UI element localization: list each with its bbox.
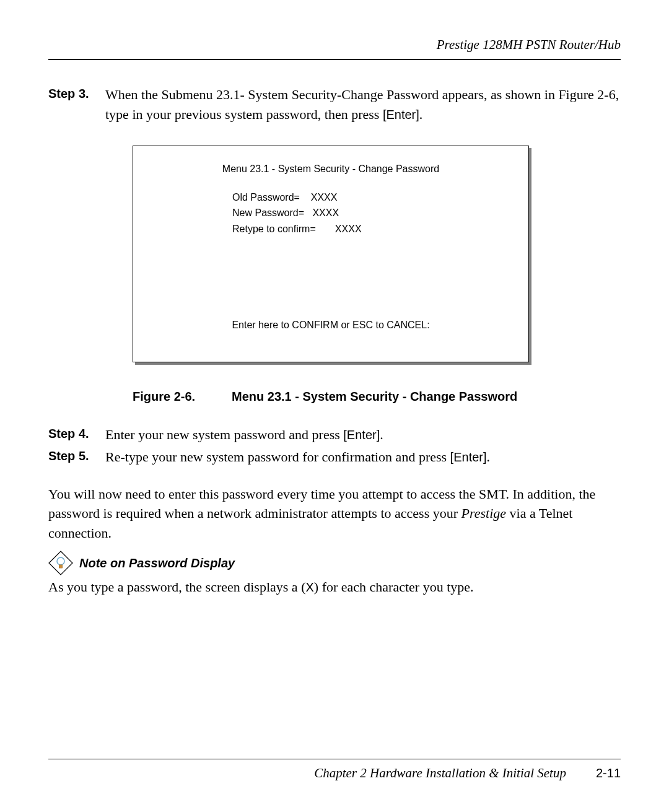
old-password-value: XXXX (311, 192, 338, 203)
enter-key: [Enter] (383, 108, 419, 121)
figure-caption: Figure 2-6.Menu 23.1 - System Security -… (133, 390, 621, 404)
step-4-label: Step 4. (48, 425, 105, 445)
terminal-title: Menu 23.1 - System Security - Change Pas… (152, 164, 510, 175)
step-3-label: Step 3. (48, 85, 105, 124)
figure-label: Figure 2-6. (133, 390, 232, 404)
page-footer: Chapter 2 Hardware Installation & Initia… (48, 759, 621, 781)
step-5: Step 5. Re-type your new system password… (48, 447, 621, 467)
new-password-value: XXXX (312, 207, 339, 218)
terminal-footer: Enter here to CONFIRM or ESC to CANCEL: (133, 320, 528, 331)
step-4-body: Enter your new system password and press… (105, 425, 621, 445)
step-3-body: When the Submenu 23.1- System Security-C… (105, 85, 621, 124)
old-password-row: Old Password= XXXX (232, 190, 510, 206)
body-paragraph: You will now need to enter this password… (48, 484, 621, 544)
product-em: Prestige (461, 505, 507, 521)
enter-key: [Enter] (450, 450, 487, 464)
retype-password-row: Retype to confirm= XXXX (232, 221, 510, 237)
retype-password-value: XXXX (335, 224, 362, 234)
svg-marker-0 (49, 551, 72, 575)
terminal-screen: Menu 23.1 - System Security - Change Pas… (133, 146, 529, 362)
step-5-label: Step 5. (48, 447, 105, 467)
figure-title: Menu 23.1 - System Security - Change Pas… (232, 390, 517, 403)
svg-rect-2 (59, 565, 63, 568)
note-title: Note on Password Display (79, 556, 235, 570)
svg-point-1 (57, 557, 64, 565)
header-rule (48, 59, 621, 60)
terminal-fields: Old Password= XXXX New Password= XXXX Re… (232, 190, 510, 237)
product-name: Prestige 128MH PSTN Router/Hub (437, 37, 621, 52)
lightbulb-icon (48, 551, 73, 575)
note-header: Note on Password Display (48, 551, 621, 575)
new-password-row: New Password= XXXX (232, 205, 510, 221)
x-char: X (305, 580, 313, 594)
footer-chapter: Chapter 2 Hardware Installation & Initia… (314, 766, 566, 781)
page-number: 2-11 (596, 766, 621, 780)
step-5-body: Re-type your new system password for con… (105, 447, 621, 467)
step-4: Step 4. Enter your new system password a… (48, 425, 621, 445)
note-body: As you type a password, the screen displ… (48, 579, 621, 595)
page: Prestige 128MH PSTN Router/Hub Step 3. W… (0, 0, 669, 812)
enter-key: [Enter] (343, 428, 380, 442)
step-3: Step 3. When the Submenu 23.1- System Se… (48, 85, 621, 124)
figure-2-6: Menu 23.1 - System Security - Change Pas… (133, 146, 529, 362)
running-header: Prestige 128MH PSTN Router/Hub (48, 37, 621, 56)
